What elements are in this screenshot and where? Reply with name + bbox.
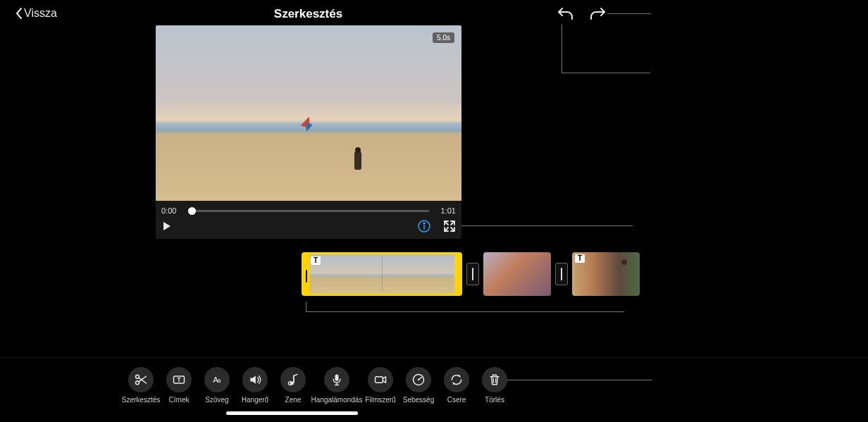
tool-label: Hangerő: [242, 396, 268, 404]
chevron-left-icon: [16, 8, 23, 19]
top-bar: Vissza Szerkesztés: [0, 7, 868, 27]
fullscreen-button[interactable]: [443, 220, 456, 235]
title-marker-icon: T: [575, 254, 585, 263]
transition-2[interactable]: [555, 263, 568, 285]
svg-rect-12: [376, 377, 383, 383]
trim-handle-left[interactable]: [306, 270, 307, 283]
info-icon: [418, 220, 430, 232]
clip-3[interactable]: T: [572, 252, 640, 296]
undo-button[interactable]: [557, 6, 574, 25]
clip-2[interactable]: [483, 252, 551, 296]
tool-voiceover[interactable]: Hangalámondás: [314, 367, 360, 404]
clip-duration-badge: 5.0s: [433, 32, 454, 43]
tool-label: Filmszerű: [365, 396, 395, 404]
preview-controls: [161, 219, 456, 236]
tool-cinematic[interactable]: Filmszerű: [363, 367, 398, 404]
time-total: 1:01: [435, 206, 456, 215]
scrubber: 0:00 1:01: [161, 204, 456, 218]
transition-1[interactable]: [466, 263, 479, 285]
tool-music[interactable]: Zene: [275, 367, 311, 404]
tool-titles[interactable]: T Címek: [161, 367, 197, 404]
callout-line: [562, 73, 650, 73]
back-label: Vissza: [24, 7, 57, 20]
timeline: T T: [302, 251, 640, 297]
title-marker-icon: T: [311, 256, 321, 265]
person-thumb: [621, 259, 627, 265]
svg-rect-10: [293, 376, 294, 383]
callout-line: [306, 311, 624, 312]
scissors-icon: [128, 367, 154, 392]
swap-icon: [444, 367, 469, 392]
bottom-toolbar: Szerkesztés T Címek Aa Szöveg Hangerő Ze…: [123, 367, 515, 404]
kite-graphic: [302, 116, 316, 130]
gauge-icon: [406, 367, 431, 392]
svg-text:a: a: [218, 377, 221, 384]
text-icon: Aa: [204, 367, 230, 392]
tool-label: Szöveg: [205, 396, 228, 404]
callout-line: [562, 25, 562, 73]
play-icon: [161, 221, 173, 232]
section-divider: [0, 357, 868, 358]
tool-label: Címek: [169, 396, 190, 404]
tool-label: Sebesség: [403, 396, 434, 404]
tool-speed[interactable]: Sebesség: [401, 367, 436, 404]
scrubber-track[interactable]: [188, 210, 429, 212]
svg-rect-11: [335, 375, 339, 381]
trash-icon: [482, 367, 507, 392]
back-button[interactable]: Vissza: [16, 7, 57, 20]
tool-swap[interactable]: Csere: [439, 367, 474, 404]
microphone-icon: [324, 367, 349, 392]
preview-frame: [156, 25, 461, 201]
caption-icon: T: [166, 367, 192, 392]
svg-point-14: [418, 379, 420, 381]
trim-handle-right[interactable]: [457, 270, 458, 283]
tool-label: Törlés: [485, 396, 504, 404]
tool-label: Zene: [285, 396, 302, 404]
redo-icon: [589, 6, 606, 23]
video-camera-icon: [368, 367, 393, 392]
clip-1-selected[interactable]: T: [302, 252, 462, 296]
svg-text:T: T: [177, 376, 180, 383]
home-indicator: [226, 411, 358, 415]
tool-delete[interactable]: Törlés: [477, 367, 512, 404]
tool-label: Csere: [447, 396, 466, 404]
svg-rect-2: [423, 225, 425, 230]
page-title-wrap: Szerkesztés: [0, 7, 868, 21]
tool-edit[interactable]: Szerkesztés: [123, 367, 159, 404]
tool-label: Szerkesztés: [122, 396, 160, 404]
tool-volume[interactable]: Hangerő: [237, 367, 273, 404]
time-current: 0:00: [161, 206, 182, 215]
tool-text[interactable]: Aa Szöveg: [199, 367, 235, 404]
speaker-icon: [242, 367, 268, 392]
page-title: Szerkesztés: [274, 7, 342, 21]
undo-icon: [557, 6, 574, 23]
scrubber-thumb[interactable]: [188, 207, 196, 215]
person-graphic: [354, 151, 361, 170]
music-note-icon: [280, 367, 306, 392]
clip-frame-divider: [382, 256, 383, 292]
expand-icon: [443, 220, 456, 232]
svg-point-1: [423, 223, 425, 224]
tool-label: Hangalámondás: [311, 396, 363, 404]
video-preview: 5.0s 0:00 1:01: [156, 25, 461, 239]
callout-line: [306, 302, 306, 311]
info-button[interactable]: [418, 220, 430, 235]
callout-line: [461, 225, 633, 226]
play-button[interactable]: [161, 221, 173, 235]
redo-button[interactable]: [589, 6, 606, 25]
